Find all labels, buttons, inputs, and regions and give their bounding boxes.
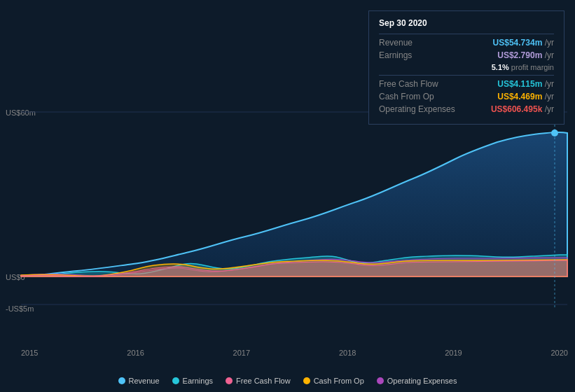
tooltip-fcf-row: Free Cash Flow US$4.115m /yr <box>379 79 554 89</box>
tooltip-earnings-value: US$2.790m /yr <box>497 50 554 60</box>
x-axis: 2015 2016 2017 2018 2019 2020 <box>21 345 568 357</box>
tooltip-revenue-label: Revenue <box>379 38 413 48</box>
x-label-2016: 2016 <box>127 349 144 357</box>
legend-fcf-label: Free Cash Flow <box>236 377 291 385</box>
tooltip-profit-margin: 5.1% profit margin <box>379 63 554 71</box>
tooltip-opex-value: US$606.495k /yr <box>491 104 554 114</box>
legend-cfo-label: Cash From Op <box>314 377 364 385</box>
tooltip-date: Sep 30 2020 <box>379 18 554 28</box>
chart-svg <box>0 108 575 357</box>
tooltip-margin-text: profit margin <box>509 63 554 71</box>
legend-opex[interactable]: Operating Expenses <box>377 377 457 385</box>
legend-revenue[interactable]: Revenue <box>118 377 160 385</box>
tooltip-margin-bold: 5.1% <box>492 63 509 71</box>
tooltip-earnings-row: Earnings US$2.790m /yr <box>379 50 554 60</box>
tooltip-panel: Sep 30 2020 Revenue US$54.734m /yr Earni… <box>368 10 564 125</box>
tooltip-cfo-label: Cash From Op <box>379 92 434 102</box>
tooltip-fcf-value: US$4.115m /yr <box>497 79 554 89</box>
tooltip-opex-row: Operating Expenses US$606.495k /yr <box>379 104 554 114</box>
legend-opex-label: Operating Expenses <box>387 377 457 385</box>
tooltip-revenue-value: US$54.734m /yr <box>493 38 554 48</box>
chart-legend: Revenue Earnings Free Cash Flow Cash Fro… <box>0 377 575 385</box>
legend-opex-dot <box>377 377 384 384</box>
legend-revenue-label: Revenue <box>129 377 160 385</box>
x-label-2019: 2019 <box>445 349 462 357</box>
tooltip-cfo-row: Cash From Op US$4.469m /yr <box>379 92 554 102</box>
svg-point-4 <box>551 130 558 136</box>
tooltip-earnings-label: Earnings <box>379 50 412 60</box>
legend-earnings-dot <box>172 377 179 384</box>
legend-cfo[interactable]: Cash From Op <box>303 377 364 385</box>
legend-fcf[interactable]: Free Cash Flow <box>226 377 291 385</box>
x-label-2017: 2017 <box>233 349 250 357</box>
x-label-2015: 2015 <box>21 349 38 357</box>
legend-earnings-label: Earnings <box>183 377 213 385</box>
tooltip-fcf-label: Free Cash Flow <box>379 79 438 89</box>
chart-area <box>0 108 575 357</box>
legend-revenue-dot <box>118 377 125 384</box>
legend-earnings[interactable]: Earnings <box>172 377 213 385</box>
tooltip-revenue-row: Revenue US$54.734m /yr <box>379 38 554 48</box>
x-label-2020: 2020 <box>550 349 567 357</box>
x-label-2018: 2018 <box>339 349 356 357</box>
legend-cfo-dot <box>303 377 310 384</box>
tooltip-cfo-value: US$4.469m /yr <box>497 92 554 102</box>
legend-fcf-dot <box>226 377 233 384</box>
tooltip-opex-label: Operating Expenses <box>379 104 455 114</box>
